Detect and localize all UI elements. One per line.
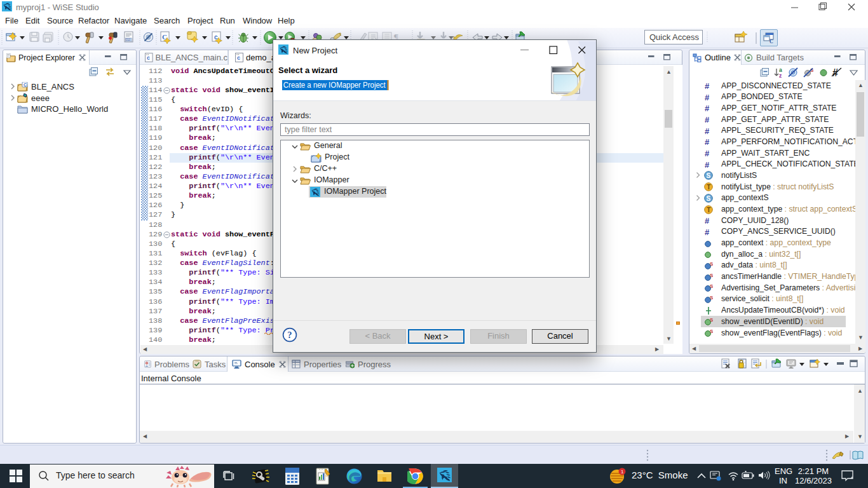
svg-text:S: S — [710, 317, 713, 323]
svg-text:S: S — [710, 273, 713, 278]
svg-text:S: S — [710, 283, 713, 289]
svg-text:#: # — [705, 115, 710, 124]
svg-text:010: 010 — [126, 38, 131, 41]
svg-text:C: C — [770, 39, 773, 44]
svg-text:S: S — [710, 261, 713, 267]
svg-text:S: S — [707, 172, 711, 179]
svg-text:#: # — [705, 81, 710, 90]
svg-text:1: 1 — [621, 469, 624, 475]
svg-text:C: C — [24, 83, 27, 87]
svg-text:#: # — [705, 160, 710, 169]
svg-text:z: z — [779, 72, 782, 79]
svg-text:#: # — [705, 137, 710, 146]
svg-text:#: # — [705, 227, 710, 236]
svg-text:T: T — [707, 207, 710, 214]
svg-text:T: T — [707, 184, 710, 191]
svg-text:#: # — [705, 104, 710, 112]
svg-text:#: # — [705, 149, 710, 158]
svg-text:#: # — [705, 126, 710, 135]
svg-text:c: c — [237, 55, 240, 61]
svg-text:#: # — [705, 216, 710, 225]
svg-text:c: c — [147, 55, 150, 61]
svg-text:?: ? — [287, 330, 292, 340]
svg-text:S: S — [707, 195, 711, 202]
svg-text:S: S — [710, 295, 713, 301]
svg-text:S: S — [710, 329, 713, 334]
svg-text:#: # — [705, 93, 710, 102]
